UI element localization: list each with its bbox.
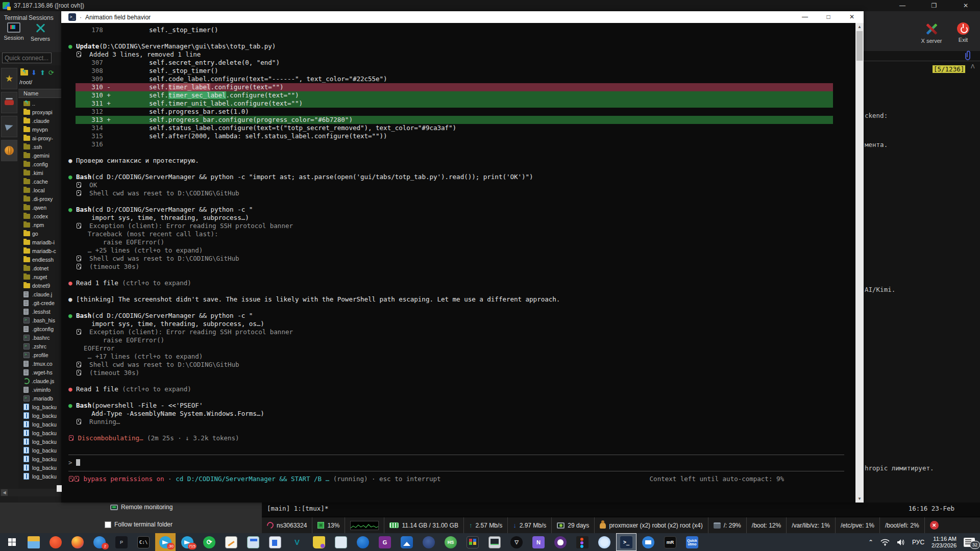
taskbar-unity-button[interactable]: ▽ [506, 533, 527, 551]
file-row[interactable]: .gitconfig [18, 324, 65, 333]
file-row[interactable]: mariadb-i [18, 238, 65, 246]
taskbar-swirl-button[interactable] [353, 533, 373, 551]
file-row[interactable]: .qwen [18, 203, 65, 212]
file-row[interactable]: .viminfo [18, 385, 65, 394]
start-button[interactable] [0, 533, 23, 551]
taskbar-mobaxterm-button[interactable] [462, 533, 483, 551]
file-row[interactable]: .codex [18, 212, 65, 220]
download-icon[interactable]: ⬇ [31, 69, 37, 77]
terminal-maximize-button[interactable]: □ [817, 11, 840, 23]
file-row[interactable]: .local [18, 186, 65, 194]
file-row[interactable]: log_backu [18, 455, 65, 463]
upload-icon[interactable]: ⬆ [40, 69, 45, 77]
file-row[interactable]: dotnet9 [18, 281, 65, 290]
file-row[interactable]: .bashrc [18, 333, 65, 342]
file-row[interactable]: .npm [18, 220, 65, 229]
taskbar-gdoc-button[interactable]: G [375, 533, 395, 551]
sidebar-tab-favorites[interactable]: ★ [1, 68, 17, 89]
file-row[interactable]: log_backu [18, 463, 65, 472]
taskbar-firefox-button[interactable] [67, 533, 88, 551]
taskbar-sync-button[interactable]: ⟳ [199, 533, 219, 551]
menu-terminal[interactable]: Terminal [4, 14, 27, 21]
taskbar-explorer-button[interactable] [23, 533, 44, 551]
exit-button[interactable]: Exit [950, 22, 976, 43]
file-row[interactable]: .git-crede [18, 298, 65, 307]
file-row[interactable]: .tmux.co [18, 359, 65, 368]
scroll-left-arrow[interactable]: ◀ [1, 489, 8, 496]
file-row[interactable]: myvpn [18, 125, 65, 134]
taskbar-photos-button[interactable] [397, 533, 417, 551]
file-row[interactable]: .profile [18, 350, 65, 359]
taskbar-notepad-button[interactable] [331, 533, 351, 551]
file-row[interactable]: .claude.j [18, 290, 65, 298]
scrollbar-up-arrow[interactable]: ▲ [855, 24, 864, 29]
file-row[interactable]: .config [18, 160, 65, 168]
file-row[interactable]: log_backu [18, 411, 65, 420]
taskbar-cmd-button[interactable]: C:\ [133, 533, 154, 551]
file-row[interactable]: .. [18, 99, 65, 108]
file-row[interactable]: .cache [18, 177, 65, 186]
x-server-button[interactable]: X server [919, 22, 944, 44]
taskbar-telegram-button[interactable]: 715 [177, 533, 198, 551]
terminal-close-button[interactable]: ✕ [840, 11, 864, 23]
file-row[interactable]: log_backu [18, 446, 65, 455]
paperclip-icon[interactable] [964, 51, 972, 61]
terminal-minimize-button[interactable]: — [793, 11, 817, 23]
wifi-icon[interactable] [880, 539, 890, 546]
mobaxterm-minimize-button[interactable]: — [891, 0, 914, 11]
mobaxterm-maximize-button[interactable]: ❐ [923, 0, 945, 11]
scroll-up-chevron[interactable]: ᐱ [971, 63, 975, 70]
taskbar-winapp-button[interactable] [265, 533, 285, 551]
taskbar-telegram-button[interactable]: .30 [155, 533, 176, 551]
taskbar-remote-button[interactable] [638, 533, 658, 551]
taskbar-phantom-button[interactable]: P [111, 533, 132, 551]
scrollbar-down-arrow[interactable]: ▼ [855, 496, 864, 501]
taskbar-calc-button[interactable] [243, 533, 263, 551]
terminal-titlebar[interactable]: >_ · Animation field behavior — □ ✕ [61, 11, 864, 23]
file-row[interactable]: .lesshst [18, 307, 65, 316]
file-row[interactable]: .kimi [18, 168, 65, 177]
file-row[interactable]: ai-proxy- [18, 134, 65, 142]
file-row[interactable]: .zshrc [18, 342, 65, 350]
taskbar-thunderbird-button[interactable]: 2 [89, 533, 110, 551]
terminal-scrollbar[interactable]: ▲ ▼ [855, 23, 864, 503]
file-row[interactable]: .dotnet [18, 264, 65, 272]
file-row[interactable]: log_backu [18, 420, 65, 429]
file-row[interactable]: .claude [18, 116, 65, 125]
language-indicator[interactable]: РУС [912, 539, 924, 546]
close-monitoring-button[interactable]: ✕ [930, 521, 939, 530]
taskbar-brave-button[interactable] [45, 533, 66, 551]
folder-up-icon[interactable]: ↰ [20, 70, 28, 76]
taskbar-quickutmo-button[interactable]: Quick utmo [682, 533, 702, 551]
scrollbar-thumb[interactable] [856, 31, 863, 61]
notification-center-icon[interactable]: 32 [964, 538, 975, 547]
file-row[interactable]: log_backu [18, 437, 65, 446]
sidebar-tab-sftp[interactable] [1, 116, 17, 137]
name-column-header[interactable]: Name [18, 89, 65, 98]
file-row[interactable]: .claude.js [18, 377, 65, 385]
taskbar-github-button[interactable] [550, 533, 571, 551]
taskbar-dbtool-button[interactable] [309, 533, 329, 551]
file-row[interactable]: log_backu [18, 403, 65, 411]
terminal-content[interactable]: 178 self._stop_timer()● Update(D:\CODING… [61, 23, 855, 503]
file-row[interactable]: .bash_his [18, 316, 65, 324]
file-row[interactable]: proxyapi [18, 108, 65, 116]
tray-chevron-icon[interactable]: ⌃ [868, 539, 873, 546]
file-row[interactable]: log_backu [18, 472, 65, 481]
quick-connect-input[interactable] [2, 53, 52, 63]
file-row[interactable]: .ssh [18, 142, 65, 151]
taskbar-notion-button[interactable]: N [528, 533, 549, 551]
file-row[interactable]: .wget-hs [18, 368, 65, 377]
file-row[interactable]: .di-proxy [18, 194, 65, 203]
file-row[interactable]: .nuget [18, 272, 65, 281]
follow-terminal-folder-checkbox[interactable]: Follow terminal folder [105, 521, 173, 528]
sidebar-tab-tools[interactable] [1, 92, 17, 113]
servers-button[interactable]: Servers [28, 22, 53, 42]
file-row[interactable]: .gemini [18, 151, 65, 160]
sidebar-tab-network[interactable] [1, 140, 17, 161]
file-row[interactable]: go [18, 229, 65, 238]
taskbar-heidisql-button[interactable]: HS [440, 533, 461, 551]
speaker-icon[interactable] [897, 539, 905, 546]
file-row[interactable]: log_backu [18, 429, 65, 437]
taskbar-figma-button[interactable] [572, 533, 593, 551]
